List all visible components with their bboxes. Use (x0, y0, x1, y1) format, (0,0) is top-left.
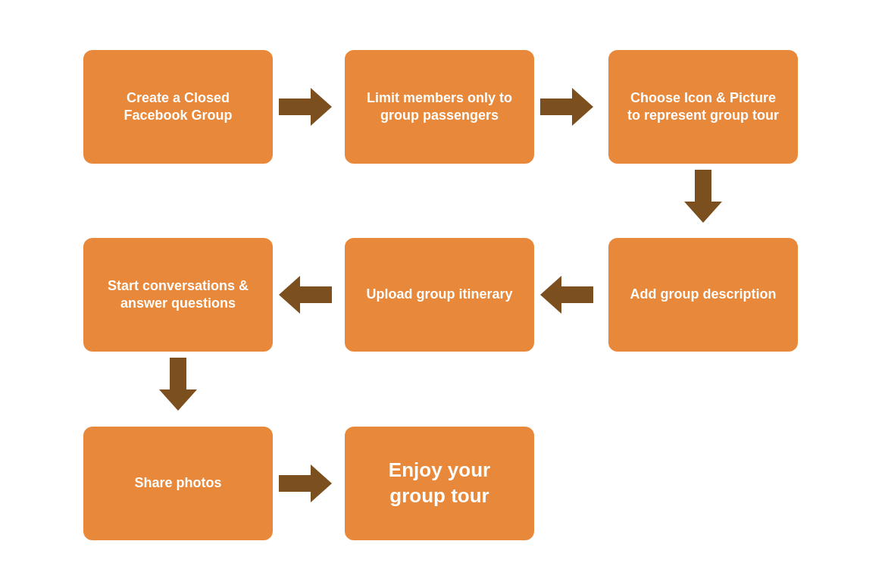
box-upload-itinerary: Upload group itinerary (345, 238, 534, 352)
arrow-2-to-3 (540, 88, 593, 126)
arrow-7-to-8 (279, 464, 332, 502)
box-create-facebook: Create a Closed Facebook Group (83, 50, 273, 164)
box-choose-icon: Choose Icon & Picture to represent group… (608, 50, 798, 164)
flowchart: Create a Closed Facebook Group Limit mem… (0, 0, 888, 588)
arrow-1-to-2 (279, 88, 332, 126)
box-share-photos: Share photos (83, 427, 273, 540)
arrow-5-to-6 (279, 276, 332, 314)
box-start-conversations: Start conversations & answer questions (83, 238, 273, 352)
box-enjoy-tour: Enjoy your group tour (345, 427, 534, 540)
box-limit-members: Limit members only to group passengers (345, 50, 534, 164)
arrow-3-to-4 (684, 170, 722, 223)
box-add-description: Add group description (608, 238, 798, 352)
arrow-6-to-7 (159, 358, 197, 411)
arrow-4-to-5 (540, 276, 593, 314)
